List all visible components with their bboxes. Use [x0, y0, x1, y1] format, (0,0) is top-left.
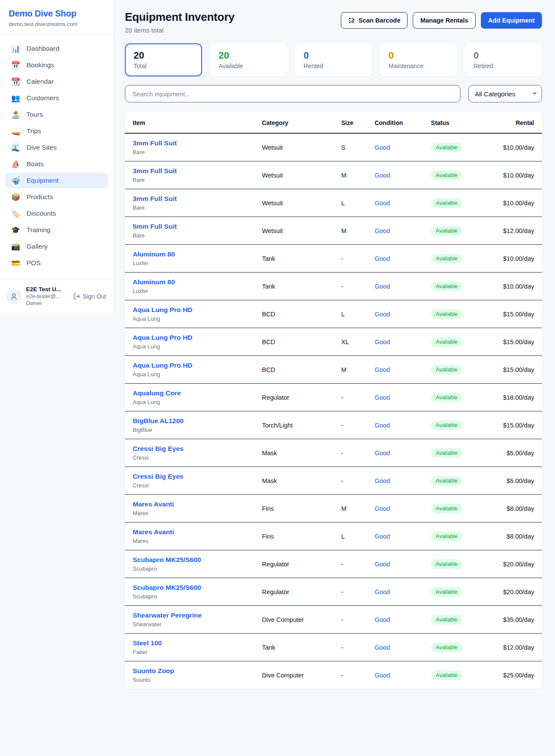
- stat-card-rented[interactable]: 0 Rented: [295, 43, 372, 76]
- condition-link[interactable]: Good: [375, 588, 390, 595]
- item-name-link[interactable]: Shearwater Peregrine: [133, 611, 246, 619]
- scan-barcode-button[interactable]: Scan Barcode: [341, 12, 408, 29]
- item-name-link[interactable]: Cressi Big Eyes: [133, 445, 246, 453]
- condition-link[interactable]: Good: [375, 283, 390, 290]
- status-cell: Available: [423, 523, 492, 550]
- status-cell: Available: [423, 384, 492, 411]
- condition-link[interactable]: Good: [375, 339, 390, 345]
- shop-name[interactable]: Demo Dive Shop: [9, 9, 104, 19]
- item-category: BCD: [254, 328, 333, 356]
- condition-cell: Good: [367, 189, 423, 217]
- condition-link[interactable]: Good: [375, 311, 390, 318]
- item-name-link[interactable]: Aluminum 80: [133, 278, 246, 286]
- filters-row: All Categories: [125, 85, 542, 102]
- item-cell: Mares Avanti Mares: [125, 495, 254, 523]
- stat-card-available[interactable]: 20 Available: [210, 43, 287, 76]
- column-header-rental[interactable]: Rental: [492, 112, 542, 133]
- column-header-condition[interactable]: Condition: [367, 112, 423, 133]
- item-rental: $12.00/day: [492, 634, 542, 661]
- item-name-link[interactable]: Aqua Lung Pro HD: [133, 334, 246, 342]
- item-name-link[interactable]: 3mm Full Suit: [133, 195, 246, 203]
- item-size: M: [333, 161, 367, 189]
- item-name-link[interactable]: Suunto Zoop: [133, 667, 246, 675]
- stat-label: Rented: [304, 62, 363, 69]
- sidebar-item-pos[interactable]: 💳 POS: [5, 255, 108, 271]
- item-category: Torch/Light: [254, 411, 333, 439]
- item-name-link[interactable]: Aqua Lung Pro HD: [133, 362, 246, 369]
- item-name-link[interactable]: BigBlue AL1200: [133, 417, 246, 425]
- stat-card-retired[interactable]: 0 Retired: [465, 43, 542, 76]
- sidebar-item-gallery[interactable]: 📸 Gallery: [5, 239, 108, 254]
- item-name-link[interactable]: Steel 100: [133, 639, 246, 647]
- tag-icon: 🏷️: [10, 210, 21, 217]
- sidebar-item-discounts[interactable]: 🏷️ Discounts: [5, 206, 108, 221]
- sidebar-item-tours[interactable]: 🏝️ Tours: [5, 107, 108, 122]
- status-badge: Available: [431, 393, 463, 402]
- condition-link[interactable]: Good: [375, 533, 390, 540]
- status-cell: Available: [423, 273, 492, 300]
- status-cell: Available: [423, 634, 492, 661]
- column-header-status[interactable]: Status: [423, 112, 492, 133]
- status-badge: Available: [431, 587, 463, 597]
- item-rental: $35.00/day: [492, 606, 542, 634]
- item-rental: $20.00/day: [492, 550, 542, 578]
- search-input[interactable]: [125, 85, 460, 102]
- item-size: S: [333, 133, 367, 161]
- sidebar-item-calendar[interactable]: 📆 Calendar: [5, 74, 108, 89]
- category-select[interactable]: All Categories: [468, 85, 542, 102]
- stat-card-maintenance[interactable]: 0 Maintenance: [380, 43, 457, 76]
- manage-rentals-button[interactable]: Manage Rentals: [413, 12, 475, 29]
- status-badge: Available: [431, 171, 463, 180]
- condition-link[interactable]: Good: [375, 644, 390, 651]
- sidebar-item-dive-sites[interactable]: 🌊 Dive Sites: [5, 140, 108, 155]
- item-category: Wetsuit: [254, 161, 333, 189]
- condition-link[interactable]: Good: [375, 394, 390, 401]
- sidebar-item-bookings[interactable]: 📅 Bookings: [5, 57, 108, 73]
- stat-card-total[interactable]: 20 Total: [125, 43, 202, 76]
- condition-link[interactable]: Good: [375, 477, 390, 484]
- item-name-link[interactable]: Cressi Big Eyes: [133, 473, 246, 480]
- condition-link[interactable]: Good: [375, 366, 390, 373]
- column-header-category[interactable]: Category: [254, 112, 333, 133]
- add-equipment-button[interactable]: Add Equipment: [481, 12, 542, 29]
- item-name-link[interactable]: Mares Avanti: [133, 500, 246, 508]
- item-name-link[interactable]: 3mm Full Suit: [133, 139, 246, 147]
- item-name-link[interactable]: Scubapro MK25/S600: [133, 584, 246, 592]
- sidebar-item-trips[interactable]: 🚤 Trips: [5, 123, 108, 139]
- item-brand: Luxfer: [133, 260, 246, 266]
- sidebar-item-dashboard[interactable]: 📊 Dashboard: [5, 41, 108, 56]
- condition-link[interactable]: Good: [375, 172, 390, 179]
- item-name-link[interactable]: 5mm Full Suit: [133, 223, 246, 230]
- item-cell: Cressi Big Eyes Cressi: [125, 467, 254, 495]
- condition-link[interactable]: Good: [375, 422, 390, 429]
- item-name-link[interactable]: Aluminum 80: [133, 250, 246, 258]
- item-size: -: [333, 578, 367, 606]
- status-badge: Available: [431, 559, 463, 569]
- condition-link[interactable]: Good: [375, 144, 390, 151]
- condition-link[interactable]: Good: [375, 561, 390, 568]
- table-row: Scubapro MK25/S600 Scubapro Regulator - …: [125, 550, 542, 578]
- item-name-link[interactable]: Scubapro MK25/S600: [133, 556, 246, 564]
- sign-out-button[interactable]: Sign Out: [73, 293, 107, 300]
- condition-link[interactable]: Good: [375, 255, 390, 262]
- condition-link[interactable]: Good: [375, 616, 390, 623]
- sidebar-item-boats[interactable]: ⛵ Boats: [5, 156, 108, 172]
- item-name-link[interactable]: Aqualung Core: [133, 389, 246, 397]
- column-header-item[interactable]: Item: [125, 112, 254, 133]
- condition-link[interactable]: Good: [375, 227, 390, 234]
- column-header-size[interactable]: Size: [333, 112, 367, 133]
- condition-link[interactable]: Good: [375, 200, 390, 207]
- item-name-link[interactable]: Mares Avanti: [133, 528, 246, 536]
- sidebar-item-customers[interactable]: 👥 Customers: [5, 90, 108, 106]
- category-select-control[interactable]: All Categories: [468, 85, 542, 102]
- item-cell: Shearwater Peregrine Shearwater: [125, 606, 254, 634]
- condition-link[interactable]: Good: [375, 450, 390, 457]
- item-size: -: [333, 384, 367, 411]
- sidebar-item-equipment[interactable]: 🤿 Equipment: [5, 173, 108, 188]
- item-name-link[interactable]: Aqua Lung Pro HD: [133, 306, 246, 314]
- item-name-link[interactable]: 3mm Full Suit: [133, 167, 246, 175]
- condition-link[interactable]: Good: [375, 505, 390, 512]
- sidebar-item-products[interactable]: 📦 Products: [5, 189, 108, 205]
- condition-link[interactable]: Good: [375, 672, 390, 679]
- sidebar-item-training[interactable]: 🎓 Training: [5, 222, 108, 238]
